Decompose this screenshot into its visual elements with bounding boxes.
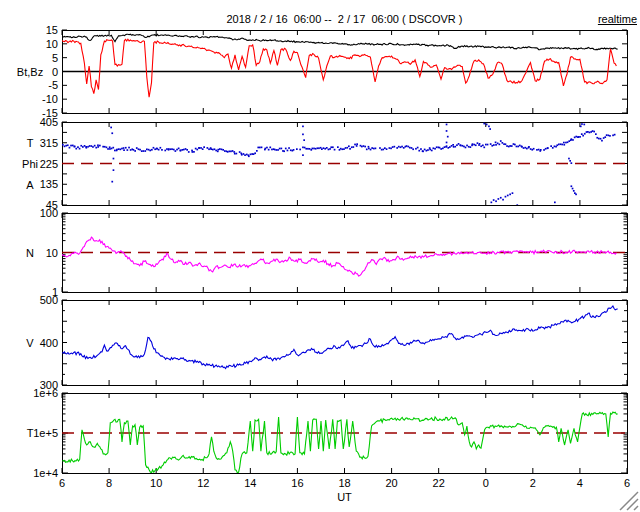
dscovr-solar-wind-plot: 2018 / 2 / 16 06:00 -- 2 / 17 06:00 ( DS… <box>0 0 640 512</box>
x-tick-label: 4 <box>567 477 593 489</box>
x-tick-label: 22 <box>426 477 452 489</box>
x-tick-label: 18 <box>332 477 358 489</box>
panel-axis-label: V <box>8 337 52 349</box>
series-V <box>62 306 618 369</box>
y-tick-label: 500 <box>0 294 58 306</box>
series-N <box>62 237 616 276</box>
x-tick-label: 14 <box>237 477 263 489</box>
x-tick-label: 6 <box>49 477 75 489</box>
x-tick-label: 16 <box>284 477 310 489</box>
y-tick-label: 405 <box>0 116 58 128</box>
y-tick-label: 1e+6 <box>0 387 58 399</box>
y-tick-label: -10 <box>0 93 58 105</box>
panel-axis-label: N <box>8 247 52 259</box>
panel-axis-label: T <box>8 137 52 149</box>
y-tick-label: 15 <box>0 24 58 36</box>
resize-grip-icon[interactable] <box>618 486 640 512</box>
panel-axis-label: Phi <box>8 158 52 170</box>
x-axis-title: UT <box>62 491 627 503</box>
y-tick-label: 5 <box>0 52 58 64</box>
plot-canvas <box>0 0 640 512</box>
x-tick-label: 20 <box>379 477 405 489</box>
x-tick-label: 0 <box>473 477 499 489</box>
x-tick-label: 2 <box>520 477 546 489</box>
panel-axis-label: A <box>8 179 52 191</box>
x-tick-label: 12 <box>190 477 216 489</box>
series-Phi <box>62 123 616 206</box>
x-tick-label: 10 <box>143 477 169 489</box>
y-tick-label: 100 <box>0 207 58 219</box>
y-tick-label: -5 <box>0 79 58 91</box>
y-tick-label: 10 <box>0 38 58 50</box>
series-T <box>62 412 618 473</box>
panel-axis-label: T <box>8 427 52 439</box>
x-tick-label: 8 <box>96 477 122 489</box>
panel-axis-label: Bt,Bz <box>8 66 52 78</box>
